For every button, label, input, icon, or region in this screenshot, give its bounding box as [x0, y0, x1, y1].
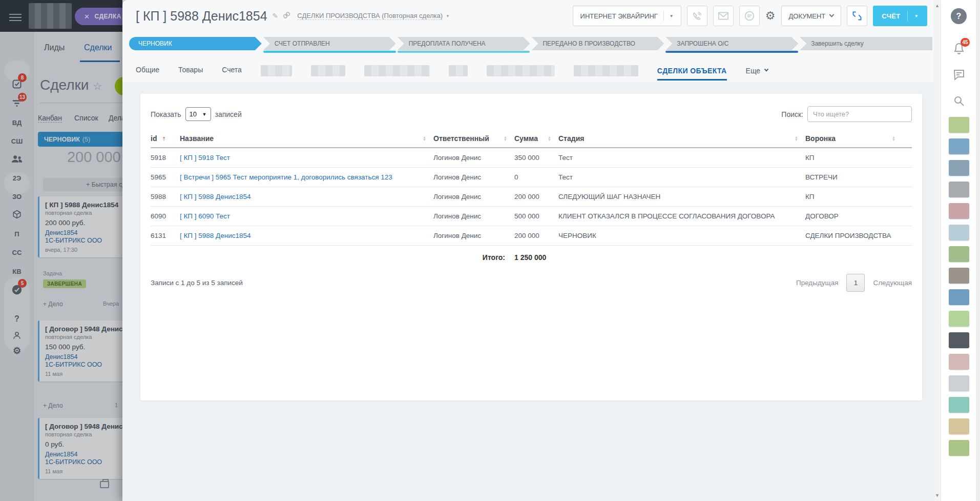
sort-icon[interactable]: ▲▼	[892, 136, 895, 141]
table-row[interactable]: 5918[ КП ] 5918 ТестЛогинов Денис350 000…	[151, 148, 912, 168]
kanban-card[interactable]: [ КП ] 5988 Денис1854 повторная сделка 2…	[38, 196, 122, 257]
column-header-стадия[interactable]: Стадия▲▼	[558, 134, 805, 143]
page-tile-13[interactable]	[949, 375, 969, 391]
page-tile-9[interactable]	[949, 289, 969, 305]
deal-link[interactable]: [ Встречи ] 5965 Тест мероприятие 1, дог…	[180, 173, 392, 181]
tab-счета[interactable]: Счета	[222, 66, 242, 76]
acquiring-button[interactable]: ИНТЕРНЕТ ЭКВАЙРИНГ ▼	[573, 6, 681, 26]
page-tile-12[interactable]	[949, 354, 969, 370]
view-list[interactable]: Список	[74, 114, 98, 122]
tab-общие[interactable]: Общие	[136, 66, 159, 76]
feedback-chat-icon[interactable]	[941, 68, 976, 81]
stage-предоплата-получена[interactable]: ПРЕДОПЛАТА ПОЛУЧЕНА	[398, 37, 530, 53]
user-icon[interactable]	[0, 328, 34, 343]
column-header-воронка[interactable]: Воронка▲▼	[805, 134, 903, 143]
close-icon[interactable]: ✕	[84, 13, 90, 21]
copy-link-icon[interactable]	[283, 12, 290, 20]
notifications-bell-icon[interactable]: 45	[941, 42, 976, 55]
kanban-card[interactable]: [ Договор ] 5948 Денис1854 повторная сде…	[38, 320, 122, 382]
scroll-down-icon[interactable]: ▼	[935, 493, 940, 498]
add-activity-link[interactable]: + Дело	[43, 300, 63, 308]
table-row[interactable]: 5965[ Встречи ] 5965 Тест мероприятие 1,…	[151, 168, 912, 187]
menu-icon[interactable]	[9, 12, 22, 23]
tab-deals[interactable]: Сделки	[84, 43, 112, 52]
column-header-сумма[interactable]: Сумма▲▼	[514, 134, 558, 143]
column-header-название[interactable]: Название▲▼	[180, 134, 433, 143]
stage-запрошена-о-с[interactable]: ЗАПРОШЕНА О/С	[665, 37, 798, 53]
rail-item-СС[interactable]: СС	[0, 245, 34, 259]
card-contact-link[interactable]: Денис1854	[45, 353, 122, 360]
rail-item-2Э[interactable]: 2Э	[0, 171, 34, 185]
stage-передано-в-производство[interactable]: ПЕРЕДАНО В ПРОИЗВОДСТВО	[531, 37, 664, 53]
page-tile-10[interactable]	[949, 311, 969, 327]
column-header-ответственный[interactable]: Ответственный▲▼	[433, 134, 514, 143]
deal-link[interactable]: [ КП ] 5918 Тест	[180, 154, 230, 162]
card-company-link[interactable]: 1С-БИТРИКС ООО	[45, 458, 122, 466]
cube-icon[interactable]	[0, 207, 34, 222]
printer-icon[interactable]	[100, 481, 109, 488]
mail-button[interactable]	[713, 6, 734, 26]
stage-завершить-сделку[interactable]: Завершить сделку	[800, 37, 932, 53]
search-input[interactable]	[807, 106, 912, 122]
expand-button[interactable]	[847, 6, 867, 26]
help-button[interactable]: ?	[951, 8, 967, 24]
edit-pencil-icon[interactable]: ✎	[273, 12, 279, 20]
card-company-link[interactable]: 1С-БИТРИКС ООО	[45, 237, 122, 244]
rail-item-ВД[interactable]: ВД	[0, 115, 34, 130]
card-title[interactable]: [ Договор ] 5948 Денис1854	[45, 423, 122, 430]
tasks-icon[interactable]: 8	[0, 77, 34, 91]
page-tile-4[interactable]	[949, 182, 969, 197]
tab-object-deals[interactable]: СДЕЛКИ ОБЪЕКТА	[657, 67, 727, 81]
panel-scrollbar[interactable]: ▲ ▼	[934, 0, 941, 501]
view-third[interactable]: Дела	[109, 114, 122, 122]
page-size-select[interactable]: 10 ▼	[185, 107, 211, 121]
page-tile-6[interactable]	[949, 225, 969, 241]
page-tile-15[interactable]	[949, 418, 969, 434]
quick-deal-button[interactable]: + Быстрая сделка	[43, 178, 122, 191]
crm-funnel-icon[interactable]: 13	[0, 96, 34, 111]
column-header-id[interactable]: id▲▼	[151, 134, 180, 143]
search-icon[interactable]	[941, 95, 976, 107]
kanban-card[interactable]: [ Договор ] 5948 Денис1854 повторная сде…	[38, 418, 122, 479]
tab-товары[interactable]: Товары	[178, 66, 203, 76]
sort-icon[interactable]: ▲▼	[795, 136, 798, 141]
add-button-fragment[interactable]	[115, 77, 122, 95]
page-tile-2[interactable]	[949, 138, 969, 154]
kanban-column-header[interactable]: ЧЕРНОВИК (5)	[38, 132, 122, 147]
page-tile-3[interactable]	[949, 160, 969, 176]
help-icon[interactable]: ?	[0, 312, 34, 326]
scroll-up-icon[interactable]: ▲	[935, 3, 940, 8]
rail-item-П[interactable]: П	[0, 227, 34, 241]
page-tile-11[interactable]	[949, 332, 969, 348]
page-tile-14[interactable]	[949, 397, 969, 413]
sort-icon[interactable]: ▲▼	[162, 136, 165, 141]
card-contact-link[interactable]: Денис1854	[45, 451, 122, 458]
prev-page-link[interactable]: Предыдущая	[796, 279, 839, 287]
gear-icon[interactable]: ⚙	[0, 344, 34, 358]
sort-icon[interactable]: ▲▼	[548, 136, 551, 141]
tab-more[interactable]: Еще	[746, 67, 768, 75]
favorite-star-icon[interactable]: ☆	[93, 81, 102, 92]
phone-button[interactable]	[687, 6, 707, 26]
document-button[interactable]: ДОКУМЕНТ	[781, 6, 842, 26]
page-tile-16[interactable]	[949, 440, 969, 456]
add-activity-link[interactable]: + Дело	[43, 402, 63, 409]
sort-icon[interactable]: ▲▼	[423, 136, 426, 141]
settings-gear-icon[interactable]: ⚙	[765, 9, 776, 23]
table-row[interactable]: 6131[ КП ] 5988 Денис1854Логинов Денис20…	[151, 226, 912, 246]
page-tile-7[interactable]	[949, 246, 969, 262]
people-icon[interactable]	[0, 152, 34, 166]
deal-link[interactable]: [ КП ] 5988 Денис1854	[180, 232, 251, 239]
card-title[interactable]: [ КП ] 5988 Денис1854	[45, 201, 122, 209]
card-title[interactable]: [ Договор ] 5948 Денис1854	[45, 325, 122, 333]
current-page-button[interactable]: 1	[846, 274, 865, 292]
tab-leads[interactable]: Лиды	[44, 43, 65, 52]
page-tile-5[interactable]	[949, 203, 969, 219]
page-tile-8[interactable]	[949, 268, 969, 284]
chat-button[interactable]	[739, 6, 760, 26]
invoice-button[interactable]: СЧЁТ ▼	[873, 6, 927, 26]
next-page-link[interactable]: Следующая	[873, 279, 912, 287]
deal-link[interactable]: [ КП ] 5988 Денис1854	[180, 193, 251, 201]
funnel-selector[interactable]: СДЕЛКИ ПРОИЗВОДСТВА (Повторная сделка)	[297, 12, 443, 20]
view-kanban[interactable]: Канбан	[38, 114, 62, 123]
